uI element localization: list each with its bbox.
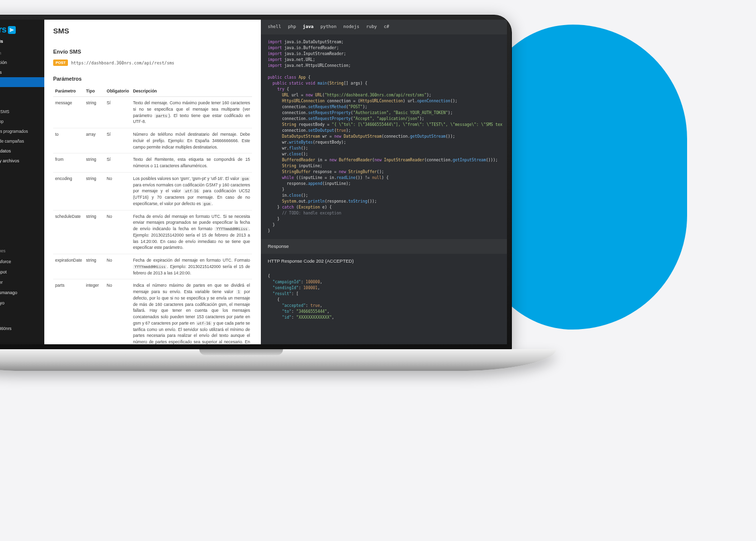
integration-label: Salesmanago [0,290,17,295]
page-title: SMS [53,27,252,35]
th: Descripción [131,86,252,97]
nav-sub-voz[interactable]: Voz [0,97,44,107]
integration-label: Zapier [0,280,3,285]
nav-sub-sms[interactable]: SMS [0,77,44,87]
integration-label: Klaviyo [0,301,4,305]
nav-autenticación[interactable]: Autenticación [0,58,44,67]
table-row: partsintegerNoIndica el número máximo de… [53,279,252,344]
lang-tab-nodejs[interactable]: nodejs [344,24,360,30]
laptop-base [0,349,556,371]
doc-area: SMS Envío SMS POST https://dashboard.360… [44,20,507,344]
table-row: encodingstringNoLos posibles valores son… [53,172,252,210]
nav-errores[interactable]: Errores [0,205,44,215]
th: Obligatorio [105,86,131,97]
access-link[interactable]: Acceso a 360nrs [0,323,44,334]
lang-tab-c#[interactable]: c# [384,24,389,30]
th: Parámetro [53,86,84,97]
sidebar: 360nrs REST APIs AutenticaciónCampañas S… [0,20,44,344]
integration-hubspot[interactable]: Hubspot [0,267,44,277]
logo-text: 360nrs [0,25,6,35]
table-row: scheduleDatestringNoFecha de envío del m… [53,210,252,254]
lang-tab-python[interactable]: python [320,24,337,30]
params-heading: Parámetros [53,76,252,82]
logo[interactable]: 360nrs [0,20,44,38]
response-status: HTTP Response Code 202 (ACCEPTED) [261,254,507,269]
nav-sub-whatsapp[interactable]: WhatsApp [0,117,44,126]
nav-cuenta[interactable]: Cuenta [0,185,44,195]
nav-sub-mensajes-programados[interactable]: Mensajes programados [0,126,44,136]
search-box[interactable] [0,49,44,58]
lang-tab-php[interactable]: php [288,24,296,30]
code-pane: shellphpjavapythonnodejsrubyc# import ja… [261,20,507,344]
table-row: toarraySíNúmero de teléfono móvil destin… [53,128,252,153]
lang-tab-shell[interactable]: shell [268,24,281,30]
sidebar-subtitle: REST APIs [0,38,44,49]
smpp-header[interactable]: SMPP API [0,230,44,240]
nav-sub-landing-sms[interactable]: Landing SMS [0,107,44,117]
integrations-header: Integraciones [0,245,44,256]
search-input[interactable] [0,51,32,56]
nav-otp[interactable]: OTP [0,176,44,185]
response-header: Response [261,239,507,254]
integration-zapier[interactable]: Zapier [0,277,44,287]
lang-tab-ruby[interactable]: ruby [366,24,377,30]
integration-salesforce[interactable]: Salesforce [0,256,44,267]
code-block: import java.io.DataOutputStream; import … [261,34,507,239]
lang-tab-java[interactable]: java [303,24,314,30]
send-icon [8,26,16,34]
nav-cobertura[interactable]: Cobertura [0,195,44,205]
section-title: Envío SMS [53,49,252,55]
response-json: { "campaignId": 100000, "sendingId": 100… [261,269,507,326]
doc-main: SMS Envío SMS POST https://dashboard.360… [44,20,261,344]
integration-label: Salesforce [0,259,11,264]
integration-label: Hubspot [0,270,7,274]
endpoint-url: https://dashboard.360nrs.com/api/rest/sm… [71,60,174,65]
language-tabs: shellphpjavapythonnodejsrubyc# [261,20,507,34]
nav-bases-de-datos[interactable]: Bases de datos [0,146,44,156]
endpoint-row: POST https://dashboard.360nrs.com/api/re… [53,60,252,66]
table-row: messagestringSíTexto del mensaje. Como m… [53,97,252,128]
nav-campañas[interactable]: Campañas [0,67,44,77]
app-screen: 360nrs REST APIs AutenticaciónCampañas S… [0,20,507,344]
language-flags [0,308,44,323]
nav-eventos[interactable]: Eventos [0,166,44,176]
nav-anexos[interactable]: Anexos [0,215,44,225]
nav-sub-email[interactable]: Email [0,87,44,97]
table-row: expirationDatestringNoFecha de expiració… [53,254,252,279]
params-table: ParámetroTipoObligatorioDescripción mess… [53,86,252,344]
http-method-badge: POST [53,60,68,66]
table-row: fromstringSíTexto del Remitente, esta et… [53,153,252,173]
integration-klaviyo[interactable]: Klaviyo [0,298,44,308]
th: Tipo [84,86,105,97]
nav-plantillas-y-archivos[interactable]: Plantillas y archivos [0,156,44,166]
integration-salesmanago[interactable]: Salesmanago [0,287,44,298]
laptop-mockup: 360nrs REST APIs AutenticaciónCampañas S… [0,15,556,371]
nav-sub-listado-de-campañas[interactable]: Listado de campañas [0,136,44,146]
laptop-bezel: 360nrs REST APIs AutenticaciónCampañas S… [0,15,512,349]
